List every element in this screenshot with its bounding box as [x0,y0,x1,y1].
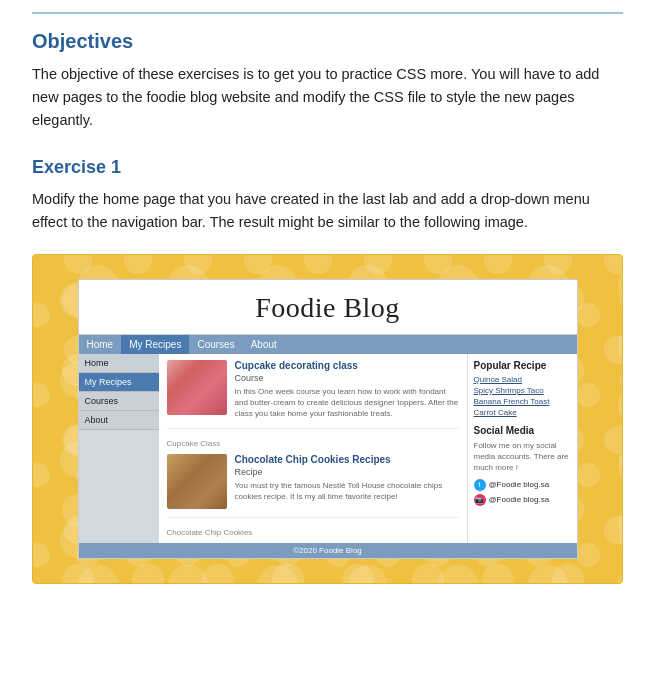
nav-item-myrecipes[interactable]: My Recipes [121,335,189,354]
social-media-section: Social Media Follow me on my social medi… [474,425,571,506]
popular-item-2[interactable]: Spicy Shrimps Taco [474,386,571,395]
sidebar-item-home[interactable]: Home [79,354,159,373]
blog-inner: Foodie Blog Home My Recipes Courses Abou… [78,279,578,559]
page-wrapper: Objectives The objective of these exerci… [0,0,655,608]
content-caption-2: Chocolate Chip Cookies [167,528,459,537]
popular-item-4[interactable]: Carrot Cake [474,408,571,417]
content-item-2: Chocolate Chip Cookies Recipes Recipe Yo… [167,454,459,518]
popular-recipe-title: Popular Recipe [474,360,571,371]
popular-item-1[interactable]: Quinoa Salad [474,375,571,384]
nav-item-home[interactable]: Home [79,335,122,354]
sidebar-item-myrecipes[interactable]: My Recipes [79,373,159,392]
exercise1-title: Exercise 1 [32,157,623,178]
instagram-label: @Foodie blog.sa [489,495,550,504]
objectives-title: Objectives [32,30,623,53]
blog-preview-container: Foodie Blog Home My Recipes Courses Abou… [32,254,623,584]
blog-content-area: Cupcake decorating class Course In this … [159,354,467,543]
content-caption-1: Cupcake Class [167,439,459,448]
blog-footer: ©2020 Foodie Blog [79,543,577,558]
content-desc-1: In this One week course you learn how to… [235,386,459,420]
blog-main: Home My Recipes Courses About Cupcake de… [79,354,577,543]
instagram-icon: 📷 [474,494,486,506]
blog-header: Foodie Blog [79,280,577,335]
content-desc-2: You must try the famous Nestlé Toll Hous… [235,480,459,502]
popular-item-3[interactable]: Banana French Toast [474,397,571,406]
content-title-2: Chocolate Chip Cookies Recipes [235,454,459,465]
content-text-1: Cupcake decorating class Course In this … [235,360,459,420]
content-text-2: Chocolate Chip Cookies Recipes Recipe Yo… [235,454,459,509]
top-border [32,12,623,14]
content-title-1: Cupcake decorating class [235,360,459,371]
blog-right-sidebar: Popular Recipe Quinoa Salad Spicy Shrimp… [467,354,577,543]
content-image-cookies [167,454,227,509]
nav-item-courses[interactable]: Courses [189,335,242,354]
social-twitter[interactable]: t @Foodie blog.sa [474,479,571,491]
social-media-desc: Follow me on my social media accounts. T… [474,440,571,474]
twitter-label: @Foodie blog.sa [489,480,550,489]
exercise1-text: Modify the home page that you have creat… [32,188,623,234]
nav-item-about[interactable]: About [243,335,285,354]
blog-nav: Home My Recipes Courses About [79,335,577,354]
blog-footer-text: ©2020 Foodie Blog [293,546,362,555]
content-image-donuts [167,360,227,415]
twitter-icon: t [474,479,486,491]
content-subtitle-2: Recipe [235,467,459,477]
objectives-text: The objective of these exercises is to g… [32,63,623,133]
blog-header-title: Foodie Blog [255,292,400,323]
social-media-title: Social Media [474,425,571,436]
content-item-1: Cupcake decorating class Course In this … [167,360,459,429]
sidebar-item-about[interactable]: About [79,411,159,430]
social-instagram[interactable]: 📷 @Foodie blog.sa [474,494,571,506]
blog-left-sidebar: Home My Recipes Courses About [79,354,159,543]
content-subtitle-1: Course [235,373,459,383]
sidebar-item-courses[interactable]: Courses [79,392,159,411]
